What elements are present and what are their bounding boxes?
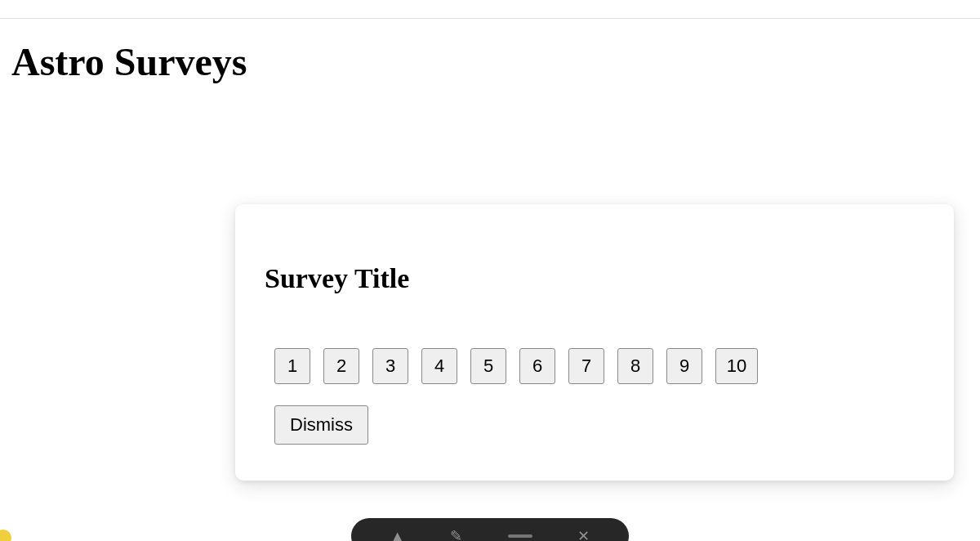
rating-button-9[interactable]: 9: [666, 348, 702, 384]
rating-button-1[interactable]: 1: [274, 348, 310, 384]
rating-button-6[interactable]: 6: [519, 348, 555, 384]
dismiss-button[interactable]: Dismiss: [274, 405, 368, 445]
dock-icon[interactable]: ▲: [390, 529, 405, 541]
dock-icon[interactable]: ✕: [577, 529, 590, 541]
rating-button-3[interactable]: 3: [372, 348, 408, 384]
rating-button-5[interactable]: 5: [470, 348, 506, 384]
top-divider: [0, 18, 980, 19]
rating-button-10[interactable]: 10: [715, 348, 758, 384]
bottom-dock: ▲ ✎ ✕: [351, 518, 629, 541]
dock-icon[interactable]: ✎: [450, 529, 462, 541]
rating-button-2[interactable]: 2: [323, 348, 359, 384]
rating-row: 1 2 3 4 5 6 7 8 9 10: [274, 348, 924, 384]
rating-button-4[interactable]: 4: [421, 348, 457, 384]
dock-handle-icon[interactable]: [508, 534, 532, 538]
corner-decor: [0, 530, 11, 541]
rating-button-7[interactable]: 7: [568, 348, 604, 384]
rating-button-8[interactable]: 8: [617, 348, 653, 384]
survey-card: Survey Title 1 2 3 4 5 6 7 8 9 10 Dismis…: [235, 204, 954, 481]
page-title: Astro Surveys: [0, 0, 980, 84]
survey-title: Survey Title: [265, 263, 924, 294]
